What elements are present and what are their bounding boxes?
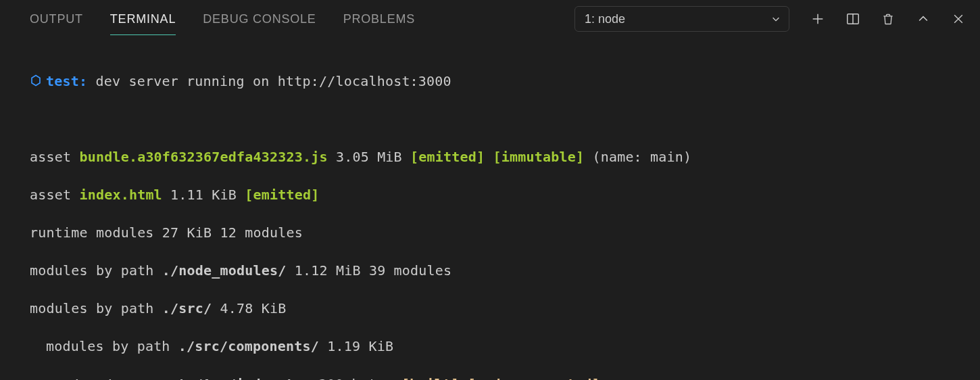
terminal-line: asset index.html 1.11 KiB [emitted] <box>30 185 980 204</box>
terminal-line: ./src/components/App/index.tsx 300 bytes… <box>30 375 980 380</box>
plus-icon <box>810 11 825 26</box>
split-terminal-button[interactable] <box>845 11 861 27</box>
panel-actions <box>810 11 966 27</box>
chevron-up-icon <box>916 12 930 26</box>
close-panel-button[interactable] <box>950 11 966 27</box>
terminal-line <box>30 110 980 128</box>
tab-terminal[interactable]: TERMINAL <box>110 3 176 35</box>
kill-terminal-button[interactable] <box>880 11 896 27</box>
terminal-line: modules by path ./node_modules/ 1.12 MiB… <box>30 261 980 280</box>
terminal-line: modules by path ./src/ 4.78 KiB <box>30 299 980 318</box>
maximize-panel-button[interactable] <box>915 11 931 27</box>
tab-problems[interactable]: PROBLEMS <box>343 3 415 35</box>
terminal-output[interactable]: test: dev server running on http://local… <box>0 38 980 380</box>
split-icon <box>846 11 860 26</box>
panel-tabs: OUTPUT TERMINAL DEBUG CONSOLE PROBLEMS <box>30 3 415 35</box>
panel-header: OUTPUT TERMINAL DEBUG CONSOLE PROBLEMS 1… <box>0 0 980 38</box>
tab-debug-console[interactable]: DEBUG CONSOLE <box>203 3 316 35</box>
terminal-selector-label: 1: node <box>585 12 625 26</box>
terminal-line: runtime modules 27 KiB 12 modules <box>30 223 980 242</box>
hexagon-icon <box>30 74 42 87</box>
chevron-down-icon <box>771 14 781 24</box>
new-terminal-button[interactable] <box>810 11 826 27</box>
task-prefix: test: <box>46 73 87 89</box>
tab-output[interactable]: OUTPUT <box>30 3 83 35</box>
trash-icon <box>881 11 895 26</box>
terminal-line: test: dev server running on http://local… <box>30 72 980 91</box>
terminal-line: asset bundle.a30f632367edfa432323.js 3.0… <box>30 147 980 166</box>
terminal-selector[interactable]: 1: node <box>574 6 789 32</box>
terminal-line: modules by path ./src/components/ 1.19 K… <box>30 337 980 356</box>
close-icon <box>952 12 965 26</box>
